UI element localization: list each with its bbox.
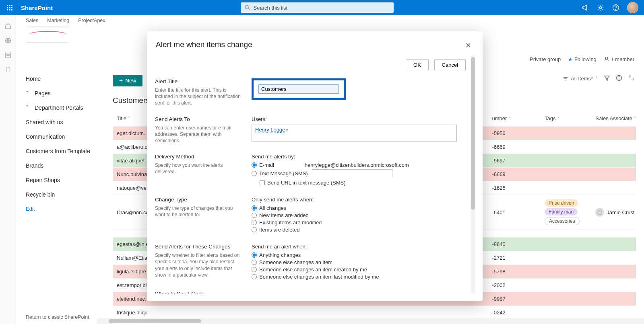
svg-rect-7 (9, 9, 10, 10)
settings-icon[interactable] (597, 4, 605, 12)
suite-bar: SharePoint Search this list (0, 0, 644, 15)
svg-rect-4 (9, 7, 10, 8)
megaphone-icon[interactable] (581, 4, 589, 12)
svg-point-11 (599, 6, 601, 8)
help-icon[interactable] (612, 4, 620, 12)
svg-line-10 (248, 8, 250, 10)
svg-rect-8 (11, 9, 12, 10)
svg-rect-3 (7, 7, 8, 8)
svg-rect-2 (11, 5, 12, 6)
app-launcher-icon[interactable] (0, 4, 19, 11)
svg-rect-1 (9, 5, 10, 6)
brand-label[interactable]: SharePoint (19, 4, 53, 11)
svg-rect-5 (11, 7, 12, 8)
search-icon (245, 5, 250, 10)
svg-point-13 (615, 9, 616, 9)
svg-point-9 (245, 5, 249, 9)
user-avatar[interactable] (627, 2, 638, 13)
svg-rect-6 (7, 9, 8, 10)
svg-rect-0 (7, 5, 8, 6)
search-input[interactable]: Search this list (241, 2, 394, 13)
search-placeholder: Search this list (254, 5, 288, 11)
